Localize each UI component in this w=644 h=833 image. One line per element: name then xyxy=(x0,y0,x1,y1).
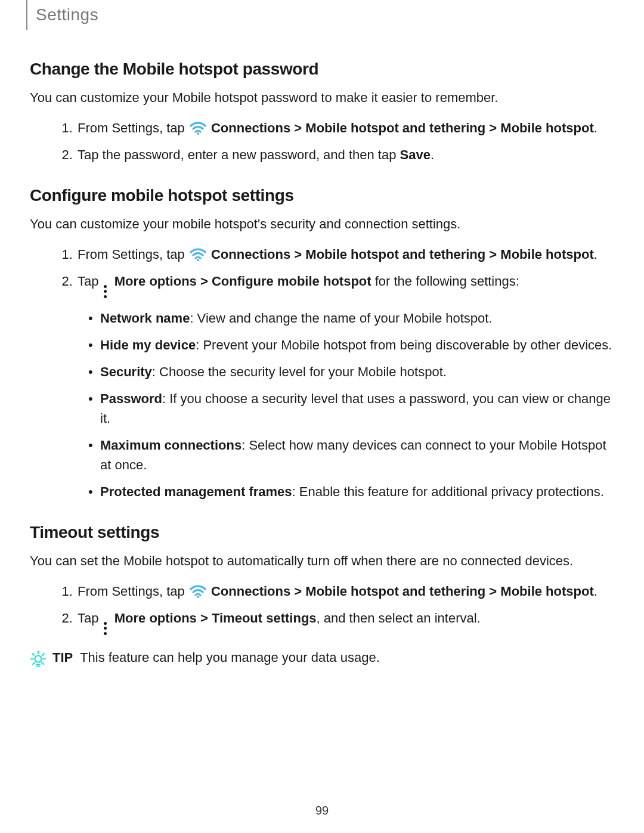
intro-change-password: You can customize your Mobile hotspot pa… xyxy=(30,88,614,107)
svg-line-10 xyxy=(42,662,44,664)
svg-line-6 xyxy=(42,654,44,655)
tip-callout: TIP This feature can help you manage you… xyxy=(30,650,614,667)
step-item: From Settings, tap Connections > Mobile … xyxy=(76,244,614,264)
chevron-icon: > xyxy=(294,247,302,262)
configure-options-list: Network name: View and change the name o… xyxy=(78,308,614,501)
chevron-icon: > xyxy=(200,274,208,289)
step-item: From Settings, tap Connections > Mobile … xyxy=(76,118,614,138)
svg-line-9 xyxy=(33,662,35,664)
heading-configure-hotspot: Configure mobile hotspot settings xyxy=(30,186,614,205)
svg-point-0 xyxy=(197,132,199,135)
tip-text: This feature can help you manage your da… xyxy=(80,650,380,665)
intro-configure-hotspot: You can customize your mobile hotspot's … xyxy=(30,215,614,234)
heading-change-password: Change the Mobile hotspot password xyxy=(30,60,614,79)
svg-point-3 xyxy=(35,655,42,662)
chevron-icon: > xyxy=(489,247,497,262)
list-item: Maximum connections: Select how many dev… xyxy=(100,435,614,475)
tip-label: TIP xyxy=(52,650,73,665)
chevron-icon: > xyxy=(489,584,497,599)
svg-point-1 xyxy=(197,259,199,261)
steps-change-password: From Settings, tap Connections > Mobile … xyxy=(30,118,614,165)
more-options-icon xyxy=(104,621,107,636)
wifi-icon xyxy=(190,584,206,598)
list-item: Protected management frames: Enable this… xyxy=(100,482,614,501)
steps-configure-hotspot: From Settings, tap Connections > Mobile … xyxy=(30,244,614,501)
chevron-icon: > xyxy=(489,120,497,135)
list-item: Hide my device: Prevent your Mobile hots… xyxy=(100,335,614,355)
svg-line-5 xyxy=(32,654,34,655)
steps-timeout: From Settings, tap Connections > Mobile … xyxy=(30,581,614,636)
list-item: Security: Choose the security level for … xyxy=(100,362,614,382)
heading-timeout: Timeout settings xyxy=(30,523,614,542)
header-section-label: Settings xyxy=(36,5,98,24)
chevron-icon: > xyxy=(294,120,302,135)
chevron-icon: > xyxy=(200,611,208,625)
page-header: Settings xyxy=(26,0,614,30)
page-number: 99 xyxy=(0,804,644,817)
lightbulb-icon xyxy=(30,650,47,667)
step-item: Tap the password, enter a new password, … xyxy=(76,145,614,165)
svg-point-2 xyxy=(197,596,199,598)
step-item: Tap More options > Configure mobile hots… xyxy=(76,271,614,501)
chevron-icon: > xyxy=(294,584,302,599)
step-item: From Settings, tap Connections > Mobile … xyxy=(76,581,614,601)
list-item: Password: If you choose a security level… xyxy=(100,389,614,428)
wifi-icon xyxy=(190,120,206,135)
page-container: Settings Change the Mobile hotspot passw… xyxy=(0,0,644,833)
wifi-icon xyxy=(190,247,206,261)
list-item: Network name: View and change the name o… xyxy=(100,308,614,328)
step-item: Tap More options > Timeout settings, and… xyxy=(76,608,614,636)
intro-timeout: You can set the Mobile hotspot to automa… xyxy=(30,552,614,571)
more-options-icon xyxy=(104,284,107,299)
